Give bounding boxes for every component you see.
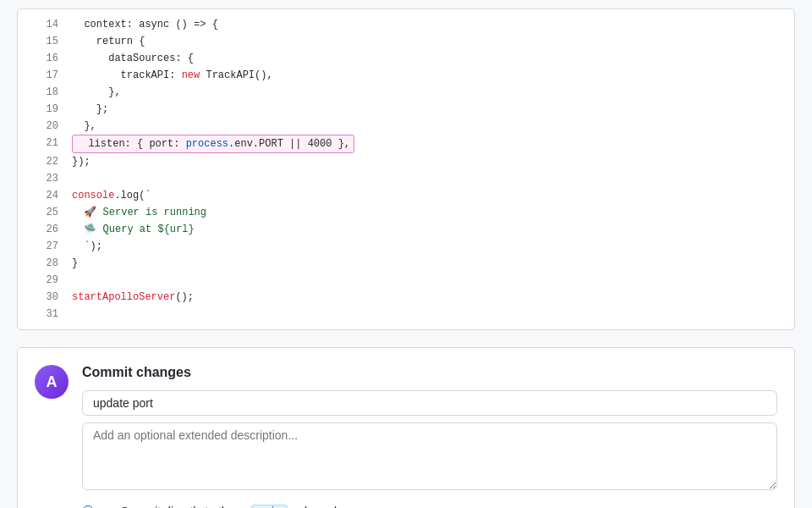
line-number: 19 — [31, 101, 58, 118]
avatar-letter: A — [47, 373, 58, 391]
code-line: 23 — [18, 170, 794, 187]
line-code: listen: { port: process.env.PORT || 4000… — [72, 135, 354, 153]
code-line: 27 `); — [18, 238, 794, 255]
line-number: 24 — [31, 187, 58, 204]
line-number: 30 — [31, 289, 58, 306]
branch-direct-suffix: branch. — [304, 505, 344, 508]
branch-name-badge: main — [251, 505, 288, 508]
line-number: 20 — [31, 118, 58, 135]
code-line: 29 — [18, 272, 794, 289]
avatar: A — [35, 365, 69, 399]
line-number: 14 — [31, 16, 58, 33]
line-number: 15 — [31, 33, 58, 50]
line-code: } — [72, 255, 78, 272]
line-number: 28 — [31, 255, 58, 272]
line-code: context: async () => { — [72, 16, 218, 33]
line-number: 17 — [31, 67, 58, 84]
line-number: 31 — [31, 306, 58, 323]
branch-options: ⌥ Commit directly to the main branch. ⇅ … — [82, 505, 777, 508]
code-line-highlighted: 21 listen: { port: process.env.PORT || 4… — [18, 135, 794, 153]
line-number: 21 — [31, 135, 58, 152]
commit-form: Commit changes ⌥ Commit directly to the … — [82, 365, 777, 508]
code-line: 15 return { — [18, 33, 794, 50]
line-code: }, — [72, 118, 96, 135]
line-number: 22 — [31, 153, 58, 170]
code-line: 24 console.log(` — [18, 187, 794, 204]
code-line: 18 }, — [18, 84, 794, 101]
line-code: trackAPI: new TrackAPI(), — [72, 67, 273, 84]
code-line: 22 }); — [18, 153, 794, 170]
line-code: dataSources: { — [72, 50, 194, 67]
code-line: 20 }, — [18, 118, 794, 135]
line-number: 23 — [31, 170, 58, 187]
line-number: 25 — [31, 204, 58, 221]
code-line: 31 — [18, 306, 794, 323]
branch-direct-label: Commit directly to the — [120, 505, 234, 508]
code-line: 17 trackAPI: new TrackAPI(), — [18, 67, 794, 84]
line-code: `); — [72, 238, 102, 255]
line-number: 26 — [31, 221, 58, 238]
code-line: 26 🛸 Query at ${url} — [18, 221, 794, 238]
line-code: }); — [72, 153, 91, 170]
branch-direct-icon: ⌥ — [101, 505, 113, 509]
commit-summary-input[interactable] — [82, 390, 777, 416]
line-code: console.log(` — [72, 187, 151, 204]
commit-panel: A Commit changes ⌥ Commit directly to th… — [17, 347, 795, 508]
code-line: 14 context: async () => { — [18, 16, 794, 33]
line-number: 27 — [31, 238, 58, 255]
code-line: 30 startApolloServer(); — [18, 289, 794, 306]
code-line: 28 } — [18, 255, 794, 272]
line-code: 🚀 Server is running — [72, 204, 206, 221]
line-code: return { — [72, 33, 145, 50]
code-content: 14 context: async () => { 15 return { 16… — [18, 9, 794, 329]
line-number: 16 — [31, 50, 58, 67]
code-panel: 14 context: async () => { 15 return { 16… — [17, 8, 795, 330]
code-line: 25 🚀 Server is running — [18, 204, 794, 221]
branch-option-direct[interactable]: ⌥ Commit directly to the main branch. — [82, 505, 777, 508]
code-line: 16 dataSources: { — [18, 50, 794, 67]
line-number: 18 — [31, 84, 58, 101]
code-line: 19 }; — [18, 101, 794, 118]
line-code: }, — [72, 84, 121, 101]
line-code: 🛸 Query at ${url} — [72, 221, 195, 238]
line-code: }; — [72, 101, 108, 118]
avatar-section: A — [35, 365, 69, 508]
commit-panel-title: Commit changes — [82, 365, 777, 380]
line-number: 29 — [31, 272, 58, 289]
line-code: startApolloServer(); — [72, 289, 194, 306]
commit-description-textarea[interactable] — [82, 422, 777, 490]
